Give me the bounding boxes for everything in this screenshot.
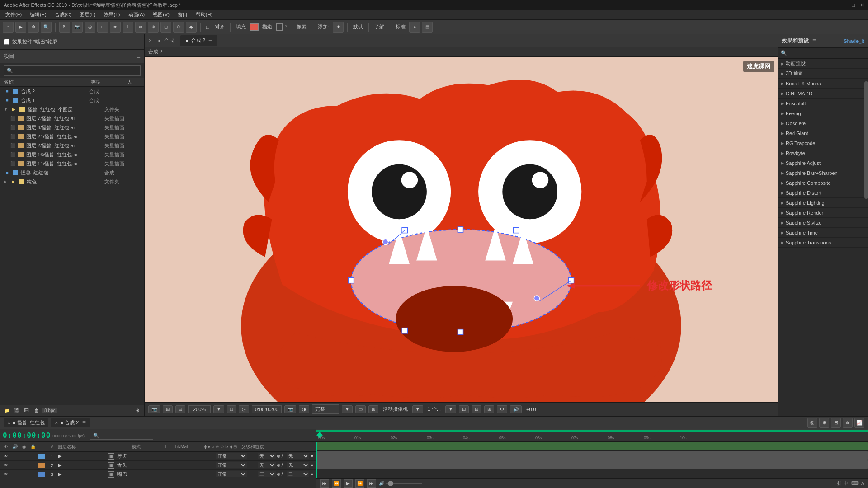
effects-category-animation[interactable]: ▶ 动画预设	[778, 59, 868, 69]
maximize-btn[interactable]: □	[852, 2, 855, 8]
track-bar-3[interactable]	[316, 460, 868, 469]
footage-btn[interactable]: 🎞	[23, 407, 31, 415]
project-item[interactable]: ⬛ 图层 7/怪兽_红红包.ai 矢量描画	[0, 114, 144, 123]
slider-thumb[interactable]	[388, 481, 393, 486]
effects-menu-icon[interactable]: ☰	[812, 38, 816, 43]
zoom-display[interactable]: 200%	[188, 405, 211, 413]
quality-select[interactable]: 完整	[312, 404, 339, 414]
view-options-3[interactable]: ⊞	[484, 405, 494, 413]
unified-camera[interactable]: ◎	[85, 22, 95, 33]
close-btn[interactable]: ✕	[860, 2, 864, 8]
view-options-1[interactable]: ⊡	[459, 405, 469, 413]
effects-category-sapphire-transitions[interactable]: ▶ Sapphire Transitions	[778, 238, 868, 248]
parent-select[interactable]: 无	[287, 462, 309, 468]
fill-color-swatch[interactable]	[250, 23, 259, 31]
stroke-color-swatch[interactable]	[276, 23, 283, 31]
next-frame-btn[interactable]: ⏩	[355, 479, 364, 488]
close-icon[interactable]: ✕	[7, 421, 11, 425]
camera-icon[interactable]: 📷	[284, 405, 296, 413]
pixel-btn[interactable]: ⊞	[368, 405, 378, 413]
settings-icon[interactable]: ⚙	[133, 407, 142, 415]
track-bar-1[interactable]	[316, 442, 868, 450]
tab-comp1[interactable]: ■ 合成	[153, 35, 179, 46]
close-icon[interactable]: ✕	[55, 421, 58, 425]
project-menu-icon[interactable]: ☰	[137, 54, 141, 59]
blend-mode-select[interactable]: 正常	[216, 453, 247, 459]
effects-category-boris[interactable]: ▶ Boris FX Mocha	[778, 79, 868, 89]
menu-file[interactable]: 文件(F)	[2, 10, 25, 19]
trash-btn[interactable]: 🗑	[33, 407, 41, 415]
graph-editor-btn[interactable]: 📈	[854, 418, 864, 428]
trkmat-select[interactable]: 无	[258, 462, 276, 468]
add-star-btn[interactable]: ★	[333, 22, 344, 33]
layer-expand-icon[interactable]: ▶	[58, 471, 107, 477]
blend-mode-select[interactable]: 正常	[216, 471, 247, 477]
effects-category-redgiant[interactable]: ▶ Red Giant	[778, 128, 868, 138]
snapshot-btn[interactable]: 📷	[148, 405, 160, 413]
zoom-tool[interactable]: 🔍	[41, 22, 52, 33]
frame-btn[interactable]: ▭	[355, 405, 366, 413]
menu-layer[interactable]: 图层(L)	[76, 10, 99, 19]
eye-icon[interactable]: 👁	[2, 454, 10, 459]
scrollbar-thumb[interactable]	[864, 81, 868, 199]
time-display[interactable]: 0:00:00:00	[252, 405, 282, 413]
layer-row-3[interactable]: 👁 3 ▶ ▦ 嘴巴 正常 三 ⊕ / 三 ▼	[0, 470, 316, 479]
effects-category-cinema[interactable]: ▶ CINEMA 4D	[778, 89, 868, 99]
parent-dropdown[interactable]: ▼	[310, 454, 314, 459]
project-item[interactable]: ■ 怪兽_红红包 合成	[0, 168, 144, 177]
parent-dropdown[interactable]: ▼	[310, 463, 314, 468]
menu-effect[interactable]: 效果(T)	[100, 10, 123, 19]
home-btn[interactable]: ⌂	[3, 22, 14, 33]
camera-tool[interactable]: 📷	[72, 22, 83, 33]
view-options-5[interactable]: 🔊	[510, 405, 522, 413]
safe-zones-btn[interactable]: □	[227, 405, 236, 413]
text-tool[interactable]: T	[123, 22, 133, 33]
zoom-dropdown[interactable]: ▼	[213, 405, 224, 413]
effects-category-sapphire-distort[interactable]: ▶ Sapphire Distort	[778, 188, 868, 198]
first-frame-btn[interactable]: ⏮	[320, 479, 329, 488]
menu-edit[interactable]: 编辑(E)	[26, 10, 50, 19]
effects-category-3d[interactable]: ▶ 3D 通道	[778, 69, 868, 79]
layer-row-1[interactable]: 👁 1 ▶ ▦ 牙齿 正常 无 ⊕ / 无 ▼	[0, 452, 316, 461]
prev-frame-btn[interactable]: ⏪	[332, 479, 341, 488]
channels-btn[interactable]: ◑	[299, 405, 309, 413]
project-item[interactable]: ▶ ▶ 纯色 文件夹	[0, 177, 144, 186]
blend-mode-select[interactable]: 正常	[216, 462, 247, 468]
eye-icon[interactable]: 👁	[2, 472, 10, 477]
effects-category-sapphire-stylize[interactable]: ▶ Sapphire Stylize	[778, 218, 868, 228]
parent-select[interactable]: 无	[287, 453, 309, 459]
timeline-tab-comp[interactable]: ✕ ■ 怪兽_红红包	[4, 418, 48, 427]
effects-category-sapphire-time[interactable]: ▶ Sapphire Time	[778, 228, 868, 238]
project-item[interactable]: ⬛ 图层 11/怪兽_红红包.ai 矢量描画	[0, 159, 144, 168]
layer-expand-icon[interactable]: ▶	[58, 462, 107, 468]
layer-expand-icon[interactable]: ▶	[58, 453, 107, 459]
timeline-search-input[interactable]	[90, 432, 153, 440]
select-tool[interactable]: ▶	[15, 22, 26, 33]
project-item[interactable]: ⬛ 图层 6/怪兽_红红包.ai 矢量描画	[0, 123, 144, 132]
effects-search-input[interactable]	[789, 51, 865, 56]
new-folder-btn[interactable]: 📁	[3, 407, 11, 415]
more-btn[interactable]: »	[409, 22, 420, 33]
view-options-4[interactable]: ⚙	[497, 405, 507, 413]
tab-comp2[interactable]: ■ 合成 2 ☰	[180, 35, 218, 46]
puppet-tool[interactable]: ◆	[186, 22, 197, 33]
motion-blur-btn[interactable]: ≋	[843, 418, 853, 428]
quality-dropdown[interactable]: ▼	[342, 405, 353, 413]
language-btn[interactable]: 拼 中	[837, 480, 849, 487]
guide-btn[interactable]: ⊟	[175, 405, 185, 413]
project-search-input[interactable]	[13, 68, 137, 73]
effects-category-frischluft[interactable]: ▶ Frischluft	[778, 99, 868, 108]
effects-category-sapphire-composite[interactable]: ▶ Sapphire Composite	[778, 178, 868, 188]
roto-tool[interactable]: ⟳	[173, 22, 184, 33]
clone-tool[interactable]: ⊕	[148, 22, 159, 33]
project-item[interactable]: ▼ ▶ 怪兽_红红包_个图层 文件夹	[0, 105, 144, 114]
channels-dropdown[interactable]: ▼	[445, 405, 456, 413]
menu-view[interactable]: 视图(V)	[149, 10, 173, 19]
effects-category-rowbyte[interactable]: ▶ Rowbyte	[778, 148, 868, 158]
timeline-tab-comp2[interactable]: ✕ ■ 合成 2 ☰	[51, 418, 90, 427]
project-item[interactable]: ⬛ 图层 16/怪兽_红红包.ai 矢量描画	[0, 150, 144, 159]
effect-controls-checkbox[interactable]	[4, 39, 9, 45]
snap-btn[interactable]: ⊕	[819, 418, 829, 428]
frame-blending-btn[interactable]: ⊞	[831, 418, 841, 428]
layer-row-2[interactable]: 👁 2 ▶ ▦ 舌头 正常 无 ⊕ / 无 ▼	[0, 461, 316, 470]
